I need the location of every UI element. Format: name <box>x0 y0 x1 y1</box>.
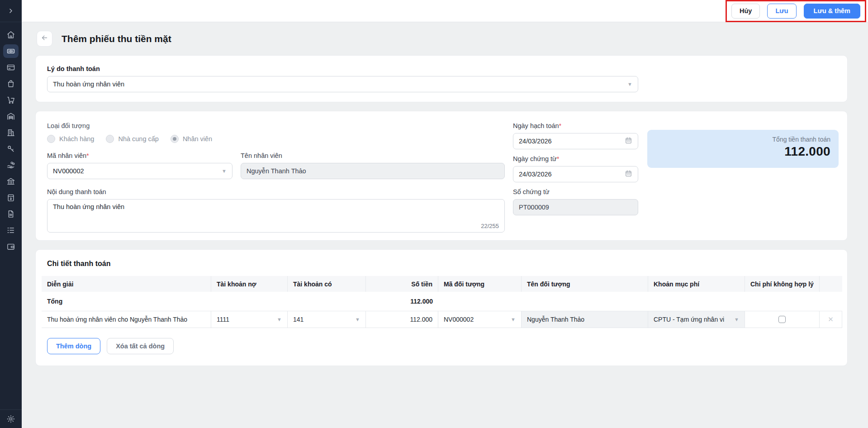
sidebar <box>0 0 22 428</box>
radio-supplier[interactable]: Nhà cung cấp <box>106 135 158 143</box>
back-arrow-icon <box>41 34 48 44</box>
sidebar-settings-button[interactable] <box>0 409 22 428</box>
row-object-code-select[interactable]: NV000002 ▼ <box>438 311 522 328</box>
sidebar-nav <box>3 28 19 253</box>
sidebar-item-wallet[interactable] <box>3 240 19 253</box>
cancel-button[interactable]: Hủy <box>731 4 760 19</box>
required-asterisk: * <box>559 122 562 129</box>
row-credit-account-select[interactable]: 141 ▼ <box>288 311 366 328</box>
row-expense-category-select[interactable]: CPTU - Tạm ứng nhân vi ▼ <box>648 311 745 328</box>
page-header: Thêm phiếu thu tiền mặt <box>37 31 868 47</box>
document-date-value: 24/03/2026 <box>519 171 552 178</box>
sidebar-item-cash[interactable] <box>3 44 19 58</box>
calendar-icon[interactable] <box>625 137 632 146</box>
delete-all-rows-button[interactable]: Xóa tất cả dòng <box>107 338 174 354</box>
save-button[interactable]: Lưu <box>767 4 796 19</box>
table-total-amount: 112.000 <box>366 292 438 311</box>
required-asterisk: * <box>557 155 560 162</box>
sidebar-item-credit-card[interactable] <box>3 61 19 74</box>
employee-code-select[interactable]: NV000002 ▼ <box>47 163 232 179</box>
row-object-code-value: NV000002 <box>444 316 474 323</box>
annotation-highlight-box: Hủy Lưu Lưu & thêm <box>726 0 866 22</box>
sidebar-item-document[interactable] <box>3 207 19 221</box>
document-date-label: Ngày chứng từ* <box>513 155 638 162</box>
payment-content-label: Nội dung thanh toán <box>47 188 505 195</box>
sidebar-expand-button[interactable] <box>0 0 22 22</box>
payment-detail-table: Diễn giải Tài khoản nợ Tài khoản có Số t… <box>42 276 842 328</box>
caret-down-icon: ▼ <box>627 82 632 87</box>
back-button[interactable] <box>37 31 52 47</box>
reason-select[interactable]: Thu hoàn ứng nhân viên ▼ <box>47 76 638 92</box>
radio-customer-circle[interactable] <box>47 135 55 143</box>
settings-icon <box>6 414 15 423</box>
page-title: Thêm phiếu thu tiền mặt <box>62 33 171 44</box>
cash-icon <box>6 47 15 56</box>
key-icon <box>6 144 15 153</box>
char-counter: 22/255 <box>481 223 499 229</box>
remove-row-icon[interactable]: ✕ <box>828 315 834 323</box>
employee-name-label: Tên nhân viên <box>241 152 505 159</box>
invalid-expense-checkbox[interactable] <box>778 316 786 323</box>
document-date-input[interactable]: 24/03/2026 <box>513 166 638 182</box>
posting-date-label: Ngày hạch toán* <box>513 122 638 129</box>
col-header-description: Diễn giải <box>42 276 211 292</box>
home-icon <box>6 30 15 39</box>
reason-card: Lý do thanh toán Thu hoàn ứng nhân viên … <box>35 55 848 102</box>
detail-card: Chi tiết thanh toán Diễn giải Tài khoản … <box>35 249 848 366</box>
radio-employee-circle[interactable] <box>171 135 179 143</box>
warehouse-icon <box>6 112 15 121</box>
caret-down-icon: ▼ <box>222 169 227 174</box>
row-description-input[interactable]: Thu hoàn ứng nhân viên cho Nguyễn Thanh … <box>42 311 211 328</box>
row-amount-input[interactable]: 112.000 <box>366 311 438 328</box>
sidebar-item-hand-coins[interactable] <box>3 158 19 172</box>
row-debit-account-select[interactable]: 1111 ▼ <box>211 311 288 328</box>
col-header-expense-category: Khoản mục phí <box>648 276 745 292</box>
shopping-cart-icon <box>6 95 15 105</box>
reason-label: Lý do thanh toán <box>47 65 836 72</box>
shopping-bag-icon <box>6 79 15 88</box>
posting-date-value: 24/03/2026 <box>519 138 552 145</box>
document-icon <box>6 209 15 219</box>
document-number-field: PT000009 <box>513 199 638 215</box>
radio-employee[interactable]: Nhân viên <box>171 135 212 143</box>
row-expense-category-value: CPTU - Tạm ứng nhân vi <box>654 316 724 323</box>
save-and-add-button[interactable]: Lưu & thêm <box>804 4 860 19</box>
caret-down-icon: ▼ <box>734 317 739 322</box>
sidebar-item-building[interactable] <box>3 126 19 139</box>
list-icon <box>6 226 15 235</box>
bank-icon <box>6 177 15 186</box>
radio-employee-label: Nhân viên <box>183 135 212 143</box>
add-row-button[interactable]: Thêm dòng <box>47 338 100 354</box>
info-card: Loại đối tượng Khách hàng Nhà cung cấp N… <box>35 111 848 241</box>
sidebar-item-warehouse[interactable] <box>3 109 19 123</box>
radio-customer-label: Khách hàng <box>59 135 94 143</box>
cash-box-icon <box>6 193 15 202</box>
sidebar-item-shopping-bag[interactable] <box>3 77 19 90</box>
col-header-actions <box>820 276 842 292</box>
calendar-icon[interactable] <box>625 170 632 179</box>
sidebar-item-shopping-cart[interactable] <box>3 93 19 107</box>
sidebar-item-cash-box[interactable] <box>3 191 19 204</box>
row-invalid-expense-cell <box>745 311 820 328</box>
topbar: Hủy Lưu Lưu & thêm <box>22 0 868 22</box>
caret-down-icon: ▼ <box>355 317 360 322</box>
hand-coins-icon <box>6 161 15 170</box>
total-payment-value: 112.000 <box>655 144 830 159</box>
total-payment-box: Tổng tiền thanh toán 112.000 <box>647 130 839 168</box>
posting-date-input[interactable]: 24/03/2026 <box>513 133 638 149</box>
object-type-label: Loại đối tượng <box>47 122 836 129</box>
radio-supplier-circle[interactable] <box>106 135 114 143</box>
chevron-right-icon <box>7 7 14 14</box>
col-header-object-code: Mã đối tượng <box>438 276 522 292</box>
sidebar-item-home[interactable] <box>3 28 19 42</box>
radio-customer[interactable]: Khách hàng <box>47 135 94 143</box>
table-actions: Thêm dòng Xóa tất cả dòng <box>47 338 842 354</box>
employee-code-label: Mã nhân viên* <box>47 152 232 159</box>
main-content: Thêm phiếu thu tiền mặt Lý do thanh toán… <box>22 22 868 428</box>
sidebar-item-list[interactable] <box>3 224 19 237</box>
wallet-icon <box>6 242 15 251</box>
sidebar-item-key[interactable] <box>3 142 19 156</box>
payment-content-textarea[interactable]: Thu hoàn ứng nhân viên 22/255 <box>47 199 505 233</box>
caret-down-icon: ▼ <box>277 317 282 322</box>
sidebar-item-bank[interactable] <box>3 175 19 188</box>
